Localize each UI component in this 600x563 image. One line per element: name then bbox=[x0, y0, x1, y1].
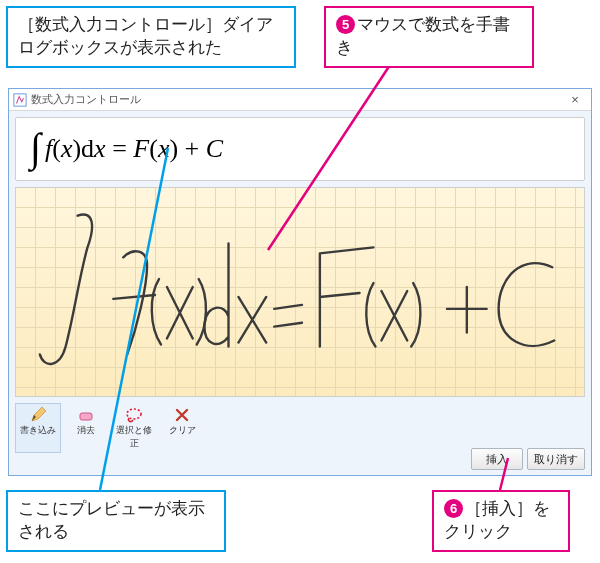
callout-dialog-shown: ［数式入力コントロール］ダイアログボックスが表示された bbox=[6, 6, 296, 68]
handwriting-canvas[interactable] bbox=[15, 187, 585, 397]
step-number-5: 5 bbox=[336, 15, 355, 34]
lasso-icon bbox=[112, 406, 156, 424]
svg-rect-1 bbox=[80, 413, 92, 420]
dialog-button-bar: 挿入 取り消す bbox=[471, 448, 585, 470]
clear-icon bbox=[160, 406, 204, 424]
tool-select-correct[interactable]: 選択と修正 bbox=[111, 403, 157, 453]
eraser-icon bbox=[64, 406, 108, 424]
tool-clear-label: クリア bbox=[160, 424, 204, 437]
tool-write-label: 書き込み bbox=[16, 424, 60, 437]
math-input-dialog: 数式入力コントロール × ∫f(x)dx = F(x) + C bbox=[8, 88, 592, 476]
svg-rect-0 bbox=[14, 93, 26, 105]
tool-select-label: 選択と修正 bbox=[112, 424, 156, 450]
step-number-6: 6 bbox=[444, 499, 463, 518]
cancel-button[interactable]: 取り消す bbox=[527, 448, 585, 470]
pencil-icon bbox=[16, 406, 60, 424]
insert-button[interactable]: 挿入 bbox=[471, 448, 523, 470]
tool-palette: 書き込み 消去 選択と修正 クリア bbox=[9, 399, 591, 455]
tool-write[interactable]: 書き込み bbox=[15, 403, 61, 453]
callout-step5: 5マウスで数式を手書き bbox=[324, 6, 534, 68]
dialog-title: 数式入力コントロール bbox=[31, 92, 141, 107]
dialog-titlebar: 数式入力コントロール × bbox=[9, 89, 591, 111]
close-icon[interactable]: × bbox=[563, 92, 587, 107]
tool-clear[interactable]: クリア bbox=[159, 403, 205, 453]
svg-point-2 bbox=[127, 409, 141, 419]
callout-step6: 6［挿入］をクリック bbox=[432, 490, 570, 552]
tool-erase[interactable]: 消去 bbox=[63, 403, 109, 453]
callout-step5-text: マウスで数式を手書き bbox=[336, 15, 510, 57]
formula-preview: ∫f(x)dx = F(x) + C bbox=[15, 117, 585, 181]
app-icon bbox=[13, 93, 27, 107]
tool-erase-label: 消去 bbox=[64, 424, 108, 437]
callout-preview-note: ここにプレビューが表示される bbox=[6, 490, 226, 552]
